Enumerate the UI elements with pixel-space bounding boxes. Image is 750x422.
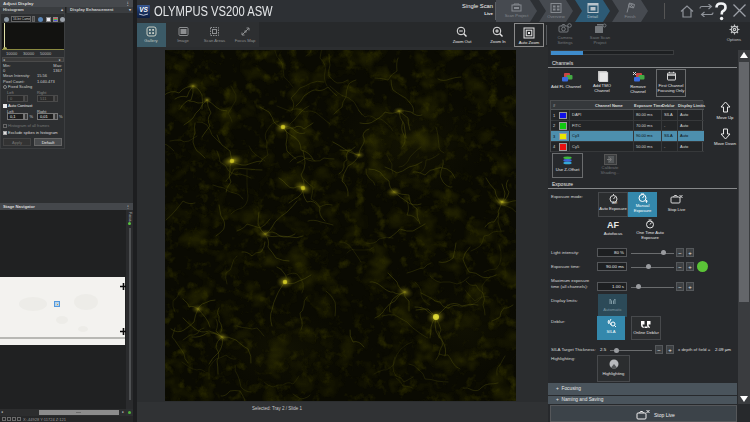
svg-text:AE: AE: [612, 200, 618, 205]
